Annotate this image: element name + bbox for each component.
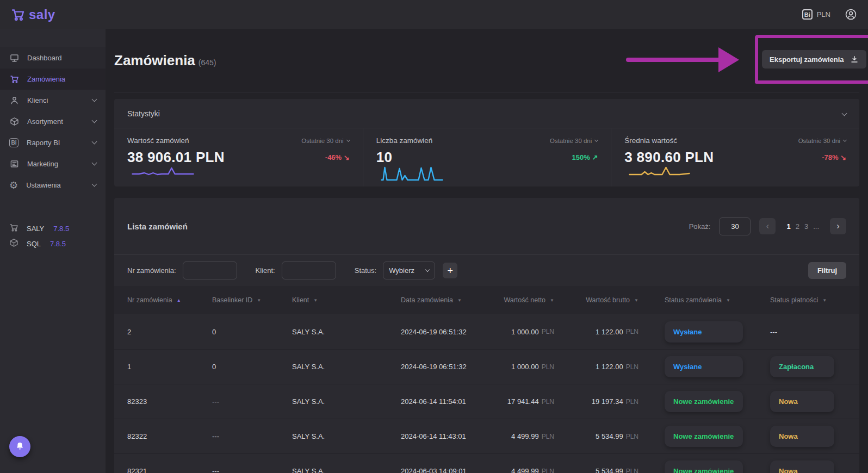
cell-order-date: 2024-06-14 11:54:01 [401, 397, 500, 406]
table-row[interactable]: 82323---SALY S.A.2024-06-14 11:54:0117 9… [114, 384, 859, 419]
bell-icon [15, 441, 25, 452]
sidebar-item-ustawienia[interactable]: ⚙Ustawienia [0, 175, 106, 196]
column-header-klient[interactable]: Klient▼ [292, 296, 401, 304]
column-header-warto-netto[interactable]: Wartość netto▼ [500, 296, 554, 304]
account-icon[interactable] [845, 8, 857, 21]
column-header-warto-brutto[interactable]: Wartość brutto▼ [554, 296, 638, 304]
sidebar-item-dashboard[interactable]: Dashboard [0, 47, 106, 69]
version-label: SALY [27, 225, 44, 233]
client-filter-input[interactable] [282, 262, 336, 279]
order-status-badge[interactable]: Wysłane [665, 321, 743, 343]
column-header-data-zam-wienia[interactable]: Data zamówienia▼ [401, 296, 500, 304]
table-row[interactable]: 82321---SALY S.A.2024-06-03 14:09:014 49… [114, 453, 859, 473]
status-filter-select[interactable]: Wybierz [383, 262, 435, 279]
sidebar-item-raporty-bi[interactable]: BiRaporty BI [0, 132, 106, 153]
stat-change: -46% ↘ [325, 153, 350, 161]
payment-status-badge[interactable]: Zapłacona [770, 356, 834, 377]
column-header-baselinker-id[interactable]: Baselinker ID▼ [212, 296, 292, 304]
sidebar-item-zam-wienia[interactable]: Zamówienia [0, 69, 106, 90]
order-no-filter-input[interactable] [183, 262, 237, 279]
sidebar-item-label: Zamówienia [27, 75, 65, 83]
sort-desc-icon: ▼ [457, 298, 462, 303]
cell-order-status: Wysłane [638, 356, 770, 377]
order-status-badge[interactable]: Nowe zamówienie [665, 460, 743, 473]
annotation-arrow-line [626, 58, 720, 62]
filter-submit-button[interactable]: Filtruj [808, 262, 846, 279]
cell-net-value: 17 941.44PLN [500, 397, 554, 406]
export-orders-button[interactable]: Eksportuj zamówienia [762, 50, 866, 69]
cell-client: SALY S.A. [292, 432, 401, 440]
stat-change: 150% ↗ [572, 153, 598, 161]
payment-status-empty: --- [770, 328, 777, 336]
next-page-button[interactable]: › [830, 218, 846, 234]
table-row[interactable]: 20SALY S.A.2024-06-19 06:51:321 000.00PL… [114, 314, 859, 349]
stat-change: -78% ↘ [822, 153, 846, 161]
client-filter-label: Klient: [256, 266, 275, 275]
order-status-badge[interactable]: Wysłane [665, 356, 743, 377]
orders-panel: Lista zamówień Pokaż: ‹ 123... › Nr zamó… [114, 198, 859, 473]
cell-gross-value: 5 534.99PLN [554, 467, 638, 473]
stat-card-warto-zam-wie-: Wartość zamówieńOstatnie 30 dni38 906.01… [114, 128, 363, 186]
cart-logo-icon [11, 8, 25, 22]
cell-payment-status: Zapłacona [770, 356, 846, 377]
sidebar-item-klienci[interactable]: Klienci [0, 90, 106, 111]
stats-panel-header[interactable]: Statystyki [114, 99, 859, 128]
notifications-fab[interactable] [9, 436, 30, 457]
sort-desc-icon: ▼ [822, 298, 827, 303]
page-number-2[interactable]: 2 [796, 222, 799, 231]
stat-card--rednia-warto-: Średnia wartośćOstatnie 30 dni3 890.60 P… [611, 128, 859, 186]
orders-panel-header: Lista zamówień Pokaż: ‹ 123... › [114, 198, 859, 254]
sort-asc-icon: ▲ [177, 298, 181, 303]
sort-desc-icon: ▼ [257, 298, 261, 303]
sort-desc-icon: ▼ [313, 298, 318, 303]
box-icon [9, 238, 18, 249]
currency-suffix: PLN [542, 433, 554, 440]
chevron-down-icon [92, 118, 97, 123]
table-row[interactable]: 82322---SALY S.A.2024-06-14 11:43:014 49… [114, 419, 859, 453]
page-number--[interactable]: ... [813, 222, 819, 231]
cell-order-date: 2024-06-19 06:51:32 [401, 328, 500, 336]
cell-order-no: 82321 [127, 467, 212, 473]
order-status-badge[interactable]: Nowe zamówienie [665, 426, 743, 447]
version-item-sql: SQL7.8.5 [0, 236, 106, 251]
cell-payment-status: Nowa [770, 391, 846, 412]
stat-sparkline [381, 166, 445, 181]
currency-selector[interactable]: Bi PLN [802, 9, 830, 20]
chevron-down-icon [92, 182, 97, 187]
stat-label: Wartość zamówień [127, 136, 189, 145]
stat-period-dropdown[interactable]: Ostatnie 30 dni [798, 138, 846, 144]
currency-suffix: PLN [626, 328, 638, 335]
stats-panel: Statystyki Wartość zamówieńOstatnie 30 d… [114, 99, 859, 186]
column-header-status-p-atno-ci[interactable]: Status płatności▼ [770, 296, 846, 304]
page-number-1[interactable]: 1 [786, 222, 790, 231]
payment-status-badge[interactable]: Nowa [770, 426, 834, 447]
page-numbers: 123... [786, 222, 819, 231]
status-filter-label: Status: [355, 266, 376, 275]
cell-client: SALY S.A. [292, 467, 401, 473]
chevron-down-icon [425, 267, 430, 272]
chevron-down-icon [92, 160, 97, 166]
app-logo[interactable]: saly [11, 7, 55, 22]
sidebar-item-label: Marketing [27, 160, 58, 168]
cell-order-no: 82322 [127, 432, 212, 440]
stat-period-dropdown[interactable]: Ostatnie 30 dni [550, 138, 598, 144]
currency-suffix: PLN [626, 468, 638, 473]
cell-net-value: 1 000.00PLN [500, 363, 554, 371]
table-row[interactable]: 10SALY S.A.2024-06-19 06:51:321 000.00PL… [114, 349, 859, 384]
page-number-3[interactable]: 3 [804, 222, 808, 231]
payment-status-badge[interactable]: Nowa [770, 391, 834, 412]
column-header-nr-zam-wienia[interactable]: Nr zamówienia▲ [127, 296, 212, 304]
page-size-input[interactable] [719, 217, 751, 235]
sidebar-item-marketing[interactable]: Marketing [0, 153, 106, 175]
payment-status-badge[interactable]: Nowa [770, 460, 834, 473]
orders-count: (645) [199, 58, 216, 67]
app-root: saly Bi PLN DashboardZamówieniaKlienciAs… [0, 0, 868, 473]
order-status-badge[interactable]: Nowe zamówienie [665, 391, 743, 412]
prev-page-button[interactable]: ‹ [759, 218, 776, 234]
sidebar-item-asortyment[interactable]: Asortyment [0, 111, 106, 132]
add-filter-button[interactable]: + [443, 263, 457, 278]
currency-suffix: PLN [542, 363, 554, 371]
sidebar-nav: DashboardZamówieniaKlienciAsortymentBiRa… [0, 29, 106, 196]
column-header-status-zam-wienia[interactable]: Status zamówienia▼ [638, 296, 770, 304]
stat-period-dropdown[interactable]: Ostatnie 30 dni [301, 138, 349, 144]
